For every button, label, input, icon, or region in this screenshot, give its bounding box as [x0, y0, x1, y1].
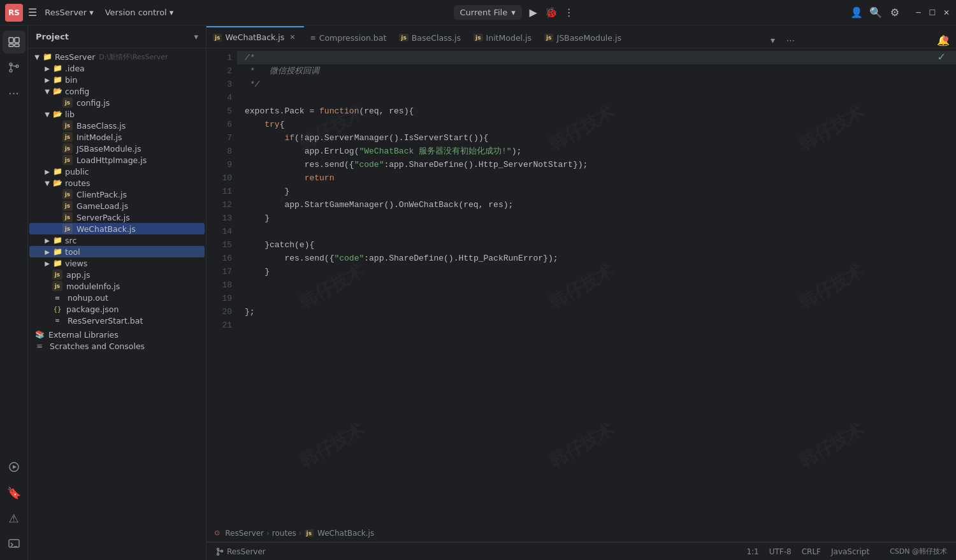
list-item[interactable]: ▶ 📁 .idea [29, 62, 205, 74]
sidebar-icon-more[interactable]: ··· [3, 82, 25, 104]
js-icon: js [62, 189, 73, 199]
tree-root-label: ResServer [55, 52, 95, 62]
folder-icon: 📁 [52, 235, 62, 245]
notification-bell[interactable]: 🔔 [936, 32, 951, 48]
list-item[interactable]: js JSBaseModule.js [29, 143, 205, 154]
tab-label: JSBaseModule.js [556, 33, 621, 43]
tree-arrow: ▶ [42, 235, 52, 245]
breadcrumb-root[interactable]: ResServer [225, 529, 264, 538]
panel-dropdown[interactable]: ▾ [194, 32, 198, 41]
code-line: } [237, 185, 956, 198]
list-item[interactable]: js moduleInfo.js [29, 280, 205, 292]
tab-close[interactable]: ✕ [287, 32, 297, 42]
list-item[interactable]: ▶ 📁 bin [29, 74, 205, 85]
tab-more-options[interactable]: ⋯ [783, 32, 798, 48]
tab-list-dropdown[interactable]: ▾ [765, 32, 780, 48]
tree-item-label: routes [65, 178, 91, 188]
code-content[interactable]: /* * 微信授权回调 */ exports.Pack = function(r… [237, 48, 956, 524]
list-item[interactable]: {} package.json [29, 303, 205, 315]
code-line: app.ErrLog("WeChatBack 服务器没有初始化成功!"); [237, 145, 956, 158]
tab-compression[interactable]: ≡ Compression.bat [304, 26, 393, 48]
tree-item-label: .idea [65, 64, 85, 73]
list-item[interactable]: ▶ 📁 tool [29, 246, 205, 257]
svg-rect-1 [15, 38, 19, 43]
svg-point-5 [10, 69, 12, 72]
tab-label: InitModel.js [486, 33, 532, 43]
tab-bat-icon: ≡ [310, 34, 316, 42]
statusbar-encoding-label: UTF-8 [769, 547, 792, 556]
code-line: if(!app.ServerManager().IsServerStart())… [237, 131, 956, 145]
list-item[interactable]: ≡ nohup.out [29, 292, 205, 303]
code-editor: 韩仔技术 韩仔技术 韩仔技术 韩仔技术 韩仔技术 韩仔技术 韩仔技术 韩仔技术 … [206, 48, 956, 524]
settings-icon[interactable]: ⚙ [888, 6, 901, 19]
restore-button[interactable]: ☐ [928, 8, 937, 17]
tree-root[interactable]: ▼ 📁 ResServer D:\新情怀\ResServer [29, 51, 205, 62]
sidebar-icon-problems[interactable]: ⚠ [3, 506, 25, 529]
list-item[interactable]: js BaseClass.js [29, 120, 205, 131]
list-item[interactable]: ▼ 📂 config [29, 85, 205, 97]
code-line: return [237, 171, 956, 185]
list-item[interactable]: ▶ 📁 src [29, 234, 205, 246]
list-item[interactable]: js WeChatBack.js [29, 223, 205, 234]
run-config[interactable]: Current File ▾ [454, 5, 522, 20]
debug-button[interactable]: 🐞 [545, 6, 558, 19]
hamburger-menu[interactable]: ☰ [28, 6, 37, 18]
app-name-menu[interactable]: ResServer ▾ [40, 5, 98, 20]
tree-external-libraries[interactable]: 📚 External Libraries [29, 329, 205, 340]
editor-area: js WeChatBack.js ✕ ≡ Compression.bat js … [206, 25, 956, 560]
titlebar-center: Current File ▾ ▶ 🐞 ⋮ [181, 5, 848, 20]
tab-label: BaseClass.js [412, 33, 461, 43]
breadcrumb-file[interactable]: js WeChatBack.js [305, 529, 375, 538]
code-line: app.StartGameManager().OnWeChatBack(req,… [237, 198, 956, 212]
statusbar-line-sep[interactable]: CRLF [798, 546, 825, 557]
svg-point-12 [217, 548, 219, 550]
tab-initmodel[interactable]: js InitModel.js [467, 26, 538, 48]
statusbar-git[interactable]: ResServer [212, 546, 270, 557]
sidebar-icon-git[interactable] [3, 56, 25, 79]
statusbar-position[interactable]: 1:1 [742, 546, 762, 557]
close-button[interactable]: ✕ [942, 8, 951, 17]
breadcrumb-routes[interactable]: routes [272, 529, 296, 538]
list-item[interactable]: js config.js [29, 97, 205, 108]
list-item[interactable]: js ClientPack.js [29, 189, 205, 200]
tree-scratches-consoles[interactable]: ≡ Scratches and Consoles [29, 340, 205, 352]
folder-icon: 📁 [52, 63, 62, 73]
version-control-menu[interactable]: Version control ▾ [100, 5, 179, 20]
list-item[interactable]: ▼ 📂 routes [29, 177, 205, 189]
tab-jsbasemodule[interactable]: js JSBaseModule.js [538, 26, 628, 48]
list-item[interactable]: js InitModel.js [29, 131, 205, 143]
sidebar-icon-terminal[interactable] [3, 532, 25, 555]
titlebar-actions: 👤 🔍 ⚙ [850, 6, 901, 19]
list-item[interactable]: ▶ 📁 public [29, 166, 205, 177]
list-item[interactable]: ▶ 📁 views [29, 257, 205, 269]
run-button[interactable]: ▶ [527, 6, 540, 19]
js-icon: js [62, 212, 73, 222]
list-item[interactable]: ▼ 📂 lib [29, 108, 205, 120]
folder-icon: 📂 [52, 178, 62, 188]
statusbar-file-type[interactable]: JavaScript [827, 546, 873, 557]
list-item[interactable]: ≡ ResServerStart.bat [29, 315, 205, 326]
list-item[interactable]: js LoadHttpImage.js [29, 154, 205, 166]
more-run-actions[interactable]: ⋮ [563, 6, 576, 19]
sidebar-icon-run[interactable] [3, 456, 25, 478]
scratches-icon: ≡ [34, 341, 45, 351]
tree-item-label: moduleInfo.js [66, 282, 120, 291]
user-icon[interactable]: 👤 [850, 6, 863, 19]
folder-icon: 📂 [52, 109, 62, 119]
tab-baseclass[interactable]: js BaseClass.js [393, 26, 467, 48]
tab-wechatback[interactable]: js WeChatBack.js ✕ [206, 26, 304, 48]
tree-item-label: app.js [66, 270, 91, 280]
folder-icon: 📁 [52, 258, 62, 268]
search-icon[interactable]: 🔍 [869, 6, 882, 19]
statusbar-encoding[interactable]: UTF-8 [765, 546, 795, 557]
sidebar-icon-bookmarks[interactable]: 🔖 [3, 481, 25, 504]
list-item[interactable]: js app.js [29, 269, 205, 280]
list-item[interactable]: js ServerPack.js [29, 212, 205, 223]
sidebar-icon-project[interactable] [3, 31, 25, 54]
list-item[interactable]: js GameLoad.js [29, 200, 205, 212]
code-line: */ [237, 78, 956, 91]
statusbar-git-branch: ResServer [227, 547, 266, 556]
code-line: } [237, 212, 956, 225]
minimize-button[interactable]: ─ [914, 8, 923, 17]
code-line: }; [237, 305, 956, 319]
